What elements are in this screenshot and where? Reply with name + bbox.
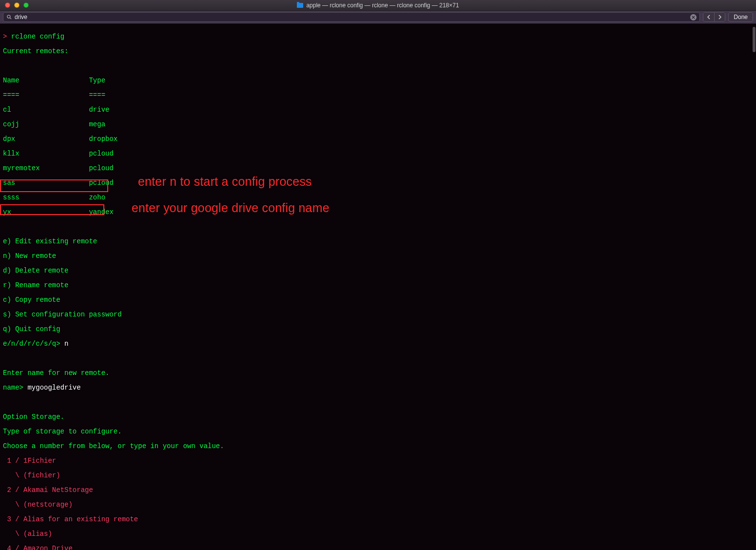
find-next-button[interactable] xyxy=(714,13,725,21)
storage-heading: Option Storage. xyxy=(3,413,753,421)
storage-option: 2 / Akamai NetStorage xyxy=(3,487,753,494)
menu-item-new: n) New remote xyxy=(3,253,753,260)
folder-icon xyxy=(297,3,303,8)
command-text: rclone config xyxy=(11,33,64,40)
remote-row: yx yandex xyxy=(3,209,753,216)
traffic-lights xyxy=(0,2,29,8)
terminal-viewport[interactable]: > rclone config Current remotes: Name Ty… xyxy=(0,24,756,550)
menu-prompt: e/n/d/r/c/s/q> xyxy=(3,340,60,348)
storage-option: 3 / Alias for an existing remote xyxy=(3,516,753,523)
menu-item-rename: r) Rename remote xyxy=(3,282,753,289)
find-done-label: Done xyxy=(734,14,748,20)
svg-line-1 xyxy=(10,18,12,20)
remote-row: sas pcloud xyxy=(3,179,753,187)
name-value: mygoogledrive xyxy=(27,384,80,392)
storage-choose: Choose a number from below, or type in y… xyxy=(3,443,753,450)
col-name-header: Name xyxy=(3,77,19,84)
prompt-char: > xyxy=(3,33,7,40)
chevron-left-icon xyxy=(707,15,711,20)
clear-search-button[interactable] xyxy=(690,14,697,20)
window-title: apple — rclone config — rclone — rclone … xyxy=(0,2,756,9)
storage-desc: Type of storage to configure. xyxy=(3,428,753,435)
find-done-button[interactable]: Done xyxy=(728,12,753,22)
menu-item-edit: e) Edit existing remote xyxy=(3,238,753,245)
remote-row: ssss zoho xyxy=(3,194,753,201)
find-bar: Done xyxy=(0,11,756,24)
storage-option: 4 / Amazon Drive xyxy=(3,545,753,550)
menu-item-quit: q) Quit config xyxy=(3,326,753,333)
close-button[interactable] xyxy=(5,2,10,8)
chevron-right-icon xyxy=(718,15,722,20)
col-type-underline: ==== xyxy=(89,91,105,99)
scrollbar-thumb[interactable] xyxy=(753,27,756,52)
remote-row: dpx dropbox xyxy=(3,136,753,143)
remote-row: myremotex pcloud xyxy=(3,165,753,172)
minimize-button[interactable] xyxy=(14,2,19,8)
window-titlebar: apple — rclone config — rclone — rclone … xyxy=(0,0,756,11)
remote-row: cl drive xyxy=(3,106,753,114)
find-nav-group xyxy=(703,12,725,22)
menu-item-copy: c) Copy remote xyxy=(3,296,753,304)
find-prev-button[interactable] xyxy=(703,13,714,21)
x-icon xyxy=(692,16,695,19)
name-ask: Enter name for new remote. xyxy=(3,370,753,377)
name-prompt: name> xyxy=(3,384,23,392)
current-remotes-heading: Current remotes: xyxy=(3,48,753,55)
storage-option: 1 / 1Fichier xyxy=(3,457,753,465)
menu-item-setpw: s) Set configuration password xyxy=(3,311,753,318)
maximize-button[interactable] xyxy=(23,2,29,8)
remote-row: kllx pcloud xyxy=(3,150,753,157)
menu-choice: n xyxy=(64,340,68,348)
remote-row: cojj mega xyxy=(3,121,753,128)
svg-point-0 xyxy=(7,15,10,18)
col-name-underline: ==== xyxy=(3,91,19,99)
search-icon xyxy=(6,14,12,20)
window-title-text: apple — rclone config — rclone — rclone … xyxy=(306,2,459,9)
menu-item-delete: d) Delete remote xyxy=(3,267,753,275)
search-input[interactable] xyxy=(15,14,688,20)
col-type-header: Type xyxy=(89,77,105,84)
search-field-wrap[interactable] xyxy=(3,12,700,22)
